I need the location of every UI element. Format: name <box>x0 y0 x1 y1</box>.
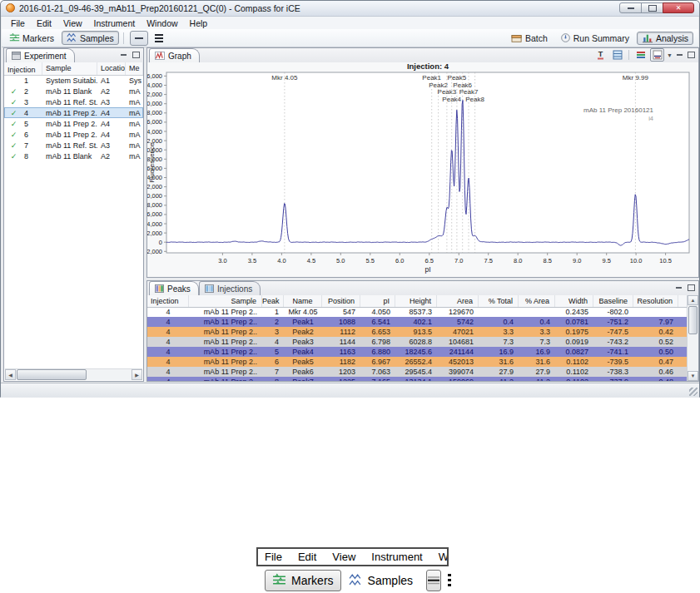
panel-minimize-icon[interactable] <box>674 283 683 292</box>
menu-window[interactable]: Window <box>439 551 449 563</box>
main-toolbar: Markers Samples Bat <box>2 29 698 47</box>
column-header[interactable]: % Area <box>519 295 555 307</box>
column-header[interactable]: Peak <box>262 295 284 307</box>
column-header[interactable]: Name <box>284 295 322 307</box>
overlay-view-icon[interactable] <box>650 48 664 62</box>
run-summary-button[interactable]: Run Summary <box>555 31 634 45</box>
minimize-button[interactable] <box>619 2 642 13</box>
resize-grip[interactable] <box>689 388 698 396</box>
menu-edit[interactable]: Edit <box>31 18 57 28</box>
fragment-menu-bar: File Edit View Instrument Window <box>256 547 449 566</box>
horizontal-scrollbar[interactable]: ◀ ▶ <box>5 368 142 380</box>
table-row[interactable]: 4mAb 11 Prep 2..4Peak311446.7986028.8104… <box>147 337 688 347</box>
cell: 0.4 <box>519 318 555 326</box>
table-row[interactable]: 4mAb 11 Prep 2..2Peak110886.541402.15742… <box>147 317 688 327</box>
menu-edit[interactable]: Edit <box>298 551 316 563</box>
table-row[interactable]: 4mAb 11 Prep 2..1Mkr 4.055474.0508537.31… <box>147 307 688 317</box>
vertical-scrollbar[interactable]: ▲ ▼ <box>687 295 698 381</box>
table-row[interactable]: ✓ 7 mAb 11 Ref. St... A3 mA <box>4 140 143 151</box>
samples-button[interactable]: Samples <box>62 31 119 45</box>
panel-minimize-icon[interactable] <box>675 51 684 60</box>
menu-view[interactable]: View <box>332 551 355 563</box>
panel-maximize-icon[interactable] <box>132 50 141 59</box>
column-header[interactable]: Injection <box>147 295 189 307</box>
table-row[interactable]: ✓ 2 mAb 11 Blank A2 mA <box>4 86 143 96</box>
panel-maximize-icon[interactable] <box>687 283 696 292</box>
menu-view[interactable]: View <box>57 18 88 28</box>
tab-injections[interactable]: Injections <box>199 281 261 295</box>
tab-graph[interactable]: Graph <box>149 48 200 62</box>
menu-bar: File Edit View Instrument Window Help <box>2 17 698 29</box>
column-header[interactable]: Injection <box>4 62 42 75</box>
column-header[interactable]: Position <box>322 295 360 307</box>
column-header[interactable]: Sample <box>42 62 97 75</box>
list-view-button[interactable] <box>150 31 168 46</box>
table-row[interactable]: 4mAb 11 Prep 2..5Peak411636.88018245.624… <box>147 347 688 357</box>
electropherogram-plot[interactable]: Injection: 4-2,00002,0004,0006,0008,0001… <box>147 62 698 277</box>
scroll-up-icon[interactable]: ▲ <box>688 295 698 305</box>
table-row[interactable]: ✓ 8 mAb 11 Blank A2 mA <box>4 151 143 161</box>
cell: 5742 <box>437 318 479 326</box>
batch-button[interactable]: Batch <box>506 32 553 45</box>
table-row[interactable]: ✓ 6 mAb 11 Prep 2... A4 mA <box>4 129 143 140</box>
column-header[interactable]: pI <box>360 295 395 307</box>
svg-text:-2,000: -2,000 <box>147 248 162 255</box>
panel-minimize-icon[interactable] <box>119 50 128 59</box>
experiment-icon <box>12 52 21 60</box>
peak-labels-icon[interactable] <box>610 48 624 62</box>
cell: 4 <box>147 378 189 381</box>
panel-maximize-icon[interactable] <box>687 51 696 60</box>
scroll-left-icon[interactable]: ◀ <box>5 369 16 380</box>
column-header[interactable]: Height <box>395 295 437 307</box>
chevron-down-icon[interactable]: ▼ <box>667 52 673 58</box>
scrollbar-thumb[interactable] <box>688 306 698 334</box>
single-view-button[interactable] <box>130 31 148 46</box>
table-row[interactable]: ✓ 5 mAb 11 Prep 2... A4 mA <box>4 118 143 129</box>
column-header[interactable]: Location <box>97 62 126 75</box>
table-row[interactable]: 4mAb 11 Prep 2..3Peak211126.653913.54702… <box>147 327 688 337</box>
column-header[interactable]: Area <box>437 295 479 307</box>
scrollbar-thumb[interactable] <box>17 369 87 380</box>
close-button[interactable]: ✕ <box>663 2 694 13</box>
menu-instrument[interactable]: Instrument <box>371 551 422 563</box>
samples-button[interactable]: Samples <box>349 573 413 587</box>
list-view-icon[interactable] <box>448 574 451 586</box>
cell: Peak3 <box>284 338 322 346</box>
menu-window[interactable]: Window <box>141 18 183 28</box>
table-row[interactable]: 4mAb 11 Prep 2..6Peak511826.96726552.445… <box>147 357 688 367</box>
scroll-right-icon[interactable]: ▶ <box>132 369 142 380</box>
cell: 0.50 <box>633 348 678 356</box>
markers-button[interactable]: Markers <box>265 570 341 591</box>
column-header[interactable]: Resolution <box>633 295 678 307</box>
table-row[interactable]: 4mAb 11 Prep 2..8Peak712257.16513134.115… <box>147 377 688 381</box>
table-row[interactable]: ✓ 4 mAb 11 Prep 2... A4 mA <box>4 107 143 118</box>
menu-help[interactable]: Help <box>184 18 214 28</box>
graph-tabstrip: Graph T ▼ <box>147 48 698 63</box>
cell: mAb 11 Prep 2.. <box>189 368 262 376</box>
maximize-button[interactable] <box>641 2 663 13</box>
column-header[interactable]: % Total <box>479 295 519 307</box>
method: Sys <box>126 77 143 85</box>
cell: 1182 <box>322 358 360 366</box>
menu-file[interactable]: File <box>5 18 31 28</box>
column-header[interactable]: Sample <box>189 295 262 307</box>
annotation-tool-icon[interactable]: T <box>593 48 608 62</box>
stacked-view-icon[interactable] <box>633 48 648 62</box>
menu-file[interactable]: File <box>265 551 282 563</box>
table-row[interactable]: ✓ 3 mAb 11 Ref. St... A3 mA <box>4 96 143 107</box>
tab-experiment[interactable]: Experiment <box>6 48 75 62</box>
menu-instrument[interactable]: Instrument <box>88 18 141 28</box>
table-row[interactable]: 1 System Suitabi... A1 Sys <box>4 75 143 86</box>
sample-name: System Suitabi... <box>42 77 97 85</box>
single-view-button[interactable] <box>426 570 441 591</box>
tab-peaks[interactable]: Peaks <box>149 281 199 295</box>
table-row[interactable]: 4mAb 11 Prep 2..7Peak612037.06329545.439… <box>147 367 688 377</box>
markers-button[interactable]: Markers <box>4 31 59 45</box>
peaks-icon <box>155 284 164 293</box>
scroll-down-icon[interactable]: ▼ <box>688 371 698 381</box>
column-header[interactable]: Width <box>555 295 593 307</box>
title-bar[interactable]: 2016-01-21_09-46-39_mAb11_Prep20160121_Q… <box>1 1 699 17</box>
column-header[interactable]: Baseline <box>593 295 633 307</box>
column-header[interactable]: Me <box>126 62 143 75</box>
analysis-button[interactable]: Analysis <box>637 32 693 45</box>
